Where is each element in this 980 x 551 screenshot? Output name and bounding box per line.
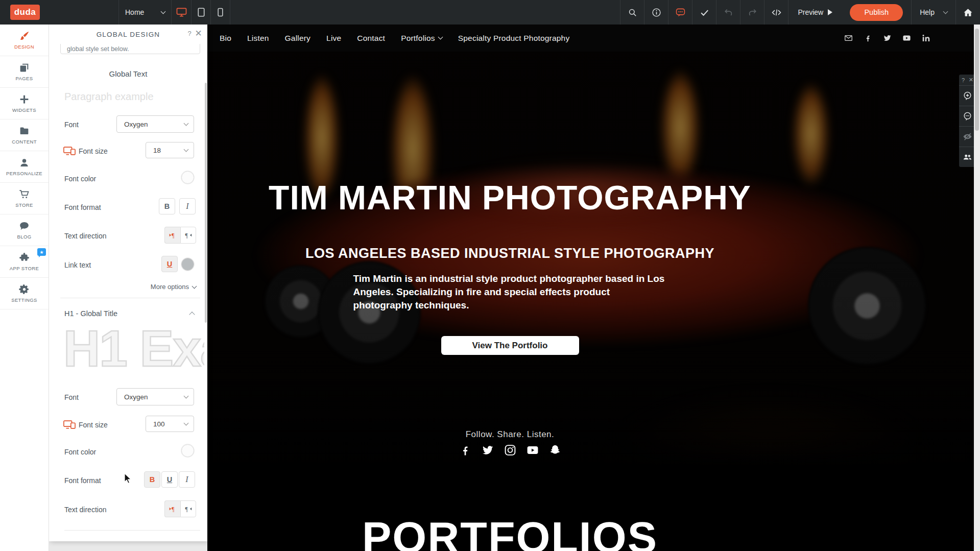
dir-ltr-button[interactable]: ¶ [164, 227, 180, 244]
site-nav-contact[interactable]: Contact [357, 34, 385, 43]
h1-font-size-select[interactable]: 100 [146, 416, 194, 432]
h1-font-select[interactable]: Oxygen [116, 388, 194, 405]
twitter-icon[interactable] [883, 34, 892, 42]
panel-scrollbar[interactable] [205, 83, 207, 323]
editor-topbar: duda Home Preview Publish Help [0, 0, 980, 25]
h1-font-format-label: Font format [64, 476, 101, 485]
site-nav: BioListenGalleryLiveContactPortfoliosSpe… [220, 25, 569, 52]
instagram-icon[interactable] [504, 444, 516, 457]
device-mobile-button[interactable] [211, 0, 230, 25]
help-dropdown[interactable]: Help [911, 0, 955, 25]
topbar-icon-group [620, 0, 788, 25]
panel-close-button[interactable]: ✕ [195, 28, 203, 39]
h1-example-preview: H1 Exa [63, 320, 204, 381]
dir-rtl-button[interactable]: ¶ [180, 500, 196, 517]
dir-rtl-button[interactable]: ¶ [180, 227, 196, 244]
font-size-value: 18 [153, 147, 161, 154]
site-nav-gallery[interactable]: Gallery [285, 34, 311, 43]
twitter-icon[interactable] [481, 444, 494, 457]
site-nav-bio[interactable]: Bio [220, 34, 231, 43]
site-header-social [844, 25, 930, 52]
email-icon[interactable] [844, 34, 853, 42]
text-direction-buttons: ¶¶ [164, 227, 196, 244]
check-button[interactable] [692, 0, 716, 25]
content-icon [19, 126, 30, 136]
sidebar-item-design[interactable]: DESIGN [0, 25, 49, 56]
font-size-label: Font size [79, 147, 108, 155]
sidebar-item-content[interactable]: CONTENT [0, 119, 49, 151]
sidebar-item-blog[interactable]: BLOG [0, 214, 49, 246]
info-button[interactable] [644, 0, 668, 25]
chevron-down-icon [943, 9, 948, 14]
help-label: Help [920, 8, 935, 16]
link-color-swatch[interactable] [181, 258, 194, 271]
youtube-icon[interactable] [526, 444, 539, 457]
sidebar-item-app-store[interactable]: APP STORE★ [0, 246, 49, 278]
font-color-swatch[interactable] [181, 171, 194, 184]
sidebar-item-pages[interactable]: PAGES [0, 56, 49, 88]
font-size-select[interactable]: 18 [146, 142, 194, 158]
dir-ltr-button[interactable]: ¶ [164, 500, 180, 517]
site-nav-listen[interactable]: Listen [247, 34, 269, 43]
code-button[interactable] [764, 0, 788, 25]
format-u-button[interactable]: U [161, 471, 178, 488]
panel-header: GLOBAL DESIGN ? ✕ [49, 25, 207, 44]
collapse-chevron-icon[interactable] [189, 312, 195, 317]
format-b-button[interactable]: B [159, 198, 175, 214]
snapchat-icon[interactable] [548, 444, 561, 457]
design-icon [19, 31, 30, 41]
nav-label: Live [326, 34, 341, 43]
duda-logo[interactable]: duda [10, 5, 40, 20]
more-options-link[interactable]: More options [151, 283, 196, 291]
facebook-icon[interactable] [459, 444, 471, 457]
svg-text:¶: ¶ [185, 232, 188, 239]
sidebar-item-widgets[interactable]: WIDGETS [0, 88, 49, 119]
sidebar-item-label: WIDGETS [12, 107, 36, 113]
page-selector-dropdown[interactable]: Home [118, 0, 172, 25]
dashboard-home-button[interactable] [955, 0, 980, 25]
paragraph-example-preview: Paragraph example [64, 91, 154, 103]
browser-scrollbar[interactable] [974, 25, 980, 551]
floating-close-button[interactable]: ✕ [969, 77, 973, 83]
follow-share-listen-text: Follow. Share. Listen. [466, 429, 555, 440]
global-text-section-title: Global Text [49, 69, 207, 78]
device-desktop-button[interactable] [172, 0, 192, 25]
responsive-devices-icon [63, 420, 76, 429]
h1-font-color-swatch[interactable] [181, 444, 194, 457]
page-selector-label: Home [125, 8, 144, 16]
link-underline-button[interactable]: U [161, 256, 178, 272]
sidebar-item-personalize[interactable]: PERSONALIZE [0, 151, 49, 183]
format-i-button[interactable]: I [179, 471, 195, 488]
preview-label: Preview [798, 8, 823, 16]
undo-icon [724, 8, 733, 17]
floating-help-button[interactable]: ? [962, 77, 965, 83]
svg-text:¶: ¶ [185, 506, 188, 513]
hero-subtitle: LOS ANGELES BASED INDUSTRIAL STYLE PHOTO… [305, 246, 714, 261]
site-nav-specialty-product-photography[interactable]: Specialty Product Photography [458, 34, 570, 43]
sidebar-item-store[interactable]: STORE [0, 183, 49, 214]
view-portfolio-button[interactable]: View The Portfolio [441, 336, 579, 355]
scrollbar-thumb[interactable] [975, 29, 979, 131]
linkedin-icon[interactable] [922, 34, 930, 42]
widgets-icon [19, 94, 30, 105]
site-nav-portfolios[interactable]: Portfolios [401, 34, 442, 43]
format-b-button[interactable]: B [144, 471, 160, 488]
chevron-down-icon [192, 284, 197, 289]
hero-title: TIM MARTIN PHOTOGRAPHY [269, 178, 751, 217]
site-nav-live[interactable]: Live [326, 34, 341, 43]
blog-icon [19, 221, 30, 231]
sidebar-item-settings[interactable]: SETTINGS [0, 278, 49, 309]
youtube-icon[interactable] [902, 34, 911, 42]
device-tablet-button[interactable] [192, 0, 211, 25]
facebook-icon[interactable] [864, 34, 872, 42]
undo-button[interactable] [716, 0, 740, 25]
format-i-button[interactable]: I [179, 198, 196, 214]
font-select[interactable]: Oxygen [116, 115, 194, 133]
comments-button[interactable] [668, 0, 692, 25]
search-button[interactable] [620, 0, 644, 25]
preview-button[interactable]: Preview [788, 0, 842, 25]
panel-title: GLOBAL DESIGN [97, 31, 160, 38]
panel-help-button[interactable]: ? [188, 30, 192, 37]
publish-button[interactable]: Publish [850, 4, 903, 21]
redo-button[interactable] [740, 0, 764, 25]
